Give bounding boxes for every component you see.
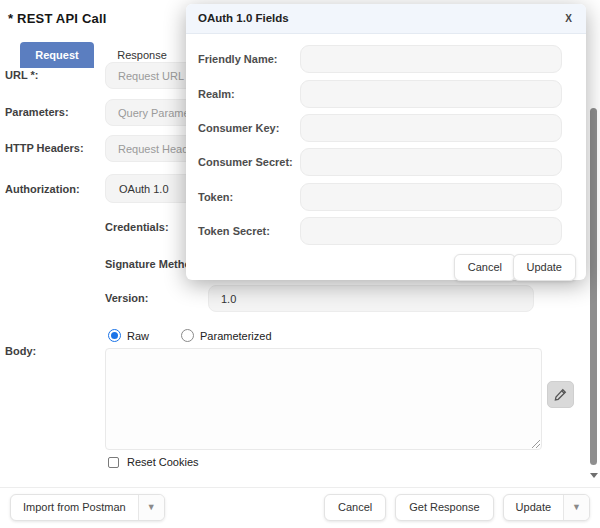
token-secret-label: Token Secret:	[198, 225, 270, 237]
raw-radio[interactable]	[108, 329, 121, 342]
url-label: URL *:	[5, 69, 38, 81]
scrollbar-down-arrow-icon[interactable]	[590, 473, 598, 478]
friendly-name-input[interactable]	[300, 45, 562, 73]
pencil-icon	[554, 388, 567, 401]
reset-cookies-row: Reset Cookies	[108, 456, 199, 468]
dialog-cancel-button[interactable]: Cancel	[454, 254, 516, 281]
vertical-scrollbar-thumb[interactable]	[590, 108, 597, 465]
consumer-key-label: Consumer Key:	[198, 122, 279, 134]
token-input[interactable]	[300, 183, 562, 211]
token-secret-input[interactable]	[300, 217, 562, 245]
version-input[interactable]	[208, 285, 534, 312]
parameters-label: Parameters:	[5, 106, 69, 118]
page-title: * REST API Call	[8, 11, 107, 26]
reset-cookies-checkbox[interactable]	[108, 457, 119, 468]
tab-request[interactable]: Request	[20, 42, 94, 68]
body-label: Body:	[5, 345, 36, 357]
oauth-fields-dialog: OAuth 1.0 Fields X Friendly Name: Realm:…	[186, 4, 586, 280]
dialog-title: OAuth 1.0 Fields	[198, 12, 289, 24]
edit-body-button[interactable]	[547, 381, 574, 408]
consumer-secret-input[interactable]	[300, 148, 562, 176]
footer-divider	[0, 487, 600, 488]
raw-radio-label: Raw	[127, 330, 149, 342]
consumer-secret-label: Consumer Secret:	[198, 156, 293, 168]
realm-label: Realm:	[198, 88, 235, 100]
import-from-postman-label: Import from Postman	[11, 495, 138, 520]
update-split-button[interactable]: Update ▼	[503, 494, 590, 521]
cancel-button[interactable]: Cancel	[324, 494, 386, 521]
parameterized-radio[interactable]	[181, 329, 194, 342]
update-button-label: Update	[504, 495, 563, 520]
update-dropdown-arrow-icon[interactable]: ▼	[563, 495, 589, 520]
import-dropdown-arrow-icon[interactable]: ▼	[138, 495, 164, 520]
import-from-postman-button[interactable]: Import from Postman ▼	[10, 494, 165, 521]
realm-input[interactable]	[300, 80, 562, 108]
footer-actions: Cancel Get Response Update ▼	[324, 494, 590, 521]
get-response-button[interactable]: Get Response	[395, 494, 493, 521]
friendly-name-label: Friendly Name:	[198, 53, 277, 65]
http-headers-label: HTTP Headers:	[5, 142, 84, 154]
dialog-close-icon[interactable]: X	[565, 12, 572, 26]
credentials-label: Credentials:	[105, 221, 169, 233]
parameterized-radio-label: Parameterized	[200, 330, 272, 342]
body-mode-radios: Raw Parameterized	[108, 329, 298, 342]
dialog-update-button[interactable]: Update	[513, 254, 576, 281]
reset-cookies-label: Reset Cookies	[127, 456, 199, 468]
version-label: Version:	[105, 292, 148, 304]
consumer-key-input[interactable]	[300, 114, 562, 142]
authorization-label: Authorization:	[5, 183, 80, 195]
token-label: Token:	[198, 191, 233, 203]
body-textarea[interactable]	[105, 348, 542, 450]
